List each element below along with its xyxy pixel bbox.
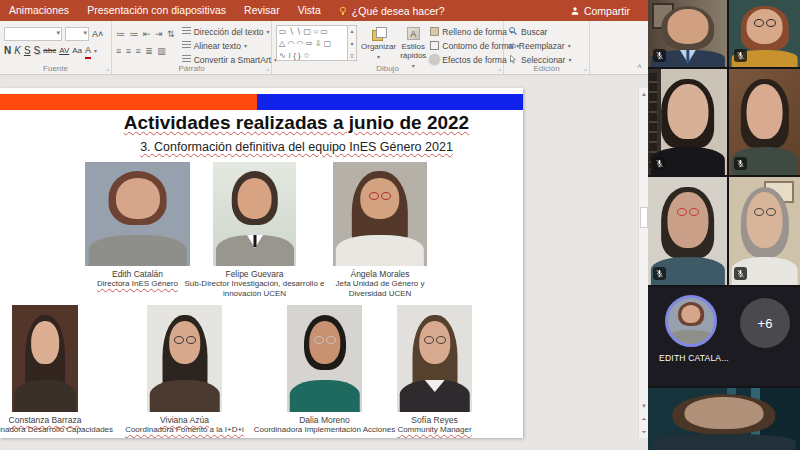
person-figure bbox=[287, 305, 362, 412]
dialog-launcher-icon[interactable]: ⌟ bbox=[498, 64, 501, 72]
participant-video-1[interactable] bbox=[648, 0, 727, 67]
person-figure bbox=[333, 162, 427, 266]
bullets-numbering-buttons[interactable]: ≔ ≔ ⇤ ⇥ ⇅ bbox=[116, 29, 176, 39]
person-figure bbox=[648, 388, 800, 450]
strikethrough-button[interactable]: abc bbox=[43, 44, 56, 58]
member-role: Community Manager bbox=[346, 425, 524, 435]
group-edicion: Buscar abReemplazar▾ Seleccionar▾ Edició… bbox=[504, 21, 590, 74]
replace-icon: ab bbox=[508, 42, 516, 49]
participant-video-7[interactable] bbox=[648, 388, 800, 450]
person-figure bbox=[85, 162, 190, 266]
person-figure bbox=[12, 305, 78, 412]
slide-canvas[interactable]: Actividades realizadas a junio de 2022 3… bbox=[0, 88, 523, 438]
participant-avatar[interactable] bbox=[665, 295, 717, 347]
team-photo-constanza-barraza[interactable]: Constanza BarrazaCoordinadora Desarrollo… bbox=[12, 305, 78, 412]
chevron-down-icon: ▾ bbox=[94, 47, 97, 54]
group-label-fuente: Fuente bbox=[0, 64, 111, 73]
smartart-icon bbox=[182, 55, 191, 64]
person-figure bbox=[668, 298, 714, 344]
grow-font-button[interactable]: A˄ bbox=[92, 27, 103, 41]
desktop-screen: Animaciones Presentación con diapositiva… bbox=[0, 0, 800, 450]
group-parrafo: ≔ ≔ ⇤ ⇥ ⇅ ≡ ≡ ≡ ≣ ▥ Dirección del texto▾… bbox=[112, 21, 272, 74]
person-figure bbox=[147, 305, 222, 412]
member-name: Ángela Morales bbox=[320, 269, 440, 279]
mic-muted-icon bbox=[734, 267, 747, 280]
mic-muted-icon bbox=[653, 157, 666, 170]
shape-fill-icon bbox=[430, 27, 439, 36]
ribbon: A˄ N K S S abc AV Aa A ▾ Fuente ⌟ bbox=[0, 21, 648, 75]
overflow-count-badge[interactable]: +6 bbox=[740, 298, 790, 348]
participant-name-label: EDITH CATALA... bbox=[648, 353, 740, 363]
tell-me-label: ¿Qué desea hacer? bbox=[352, 5, 445, 17]
team-photo-edith-catalan[interactable]: Edith CatalánDirectora InES Género bbox=[85, 162, 190, 266]
group-fuente: A˄ N K S S abc AV Aa A ▾ Fuente ⌟ bbox=[0, 21, 112, 74]
align-text-button[interactable]: Alinear texto▾ bbox=[182, 39, 277, 52]
group-label-edicion: Edición bbox=[504, 64, 589, 73]
dialog-launcher-icon[interactable]: ⌟ bbox=[584, 64, 587, 72]
ribbon-tab-bar: Animaciones Presentación con diapositiva… bbox=[0, 0, 648, 21]
replace-button[interactable]: abReemplazar▾ bbox=[508, 39, 585, 52]
slide-accent-bar-blue bbox=[257, 94, 523, 110]
character-spacing-button[interactable]: AV bbox=[59, 44, 69, 58]
group-label-dibujo: Dibujo bbox=[272, 64, 503, 73]
bold-button[interactable]: N bbox=[4, 44, 11, 58]
team-photo-dalia-moreno[interactable]: Dalia MorenoCoordinadora Implementación … bbox=[287, 305, 362, 412]
mic-muted-icon bbox=[653, 49, 666, 62]
gallery-scroll[interactable]: ▴▾≡ bbox=[348, 25, 357, 61]
change-case-button[interactable]: Aa bbox=[72, 44, 82, 58]
tab-revisar[interactable]: Revisar bbox=[235, 0, 289, 21]
mic-muted-icon bbox=[734, 49, 747, 62]
participant-video-2[interactable] bbox=[729, 0, 800, 67]
participant-video-3[interactable] bbox=[648, 69, 727, 175]
collapse-ribbon-icon[interactable]: ˄ bbox=[637, 62, 642, 71]
quick-styles-icon: A bbox=[407, 27, 420, 40]
dialog-launcher-icon[interactable]: ⌟ bbox=[266, 64, 269, 72]
shapes-gallery[interactable]: ▭ ∖ ∖ ▢ ○ ▭△ ◠ ◠ ⇨ ⇩ ▢∿ ≀ { } ☆ bbox=[276, 25, 348, 61]
dialog-launcher-icon[interactable]: ⌟ bbox=[106, 64, 109, 72]
member-role: Sub-Director Investigación, desarrollo e… bbox=[180, 279, 330, 298]
find-button[interactable]: Buscar bbox=[508, 25, 585, 38]
text-direction-button[interactable]: Dirección del texto▾ bbox=[182, 25, 277, 38]
tab-animaciones[interactable]: Animaciones bbox=[0, 0, 78, 21]
team-photo-sofia-reyes[interactable]: Sofía ReyesCommunity Manager bbox=[397, 305, 472, 412]
scrollbar-thumb[interactable] bbox=[640, 207, 648, 228]
member-name: Sofía Reyes bbox=[346, 415, 524, 425]
italic-button[interactable]: K bbox=[14, 44, 21, 58]
meeting-panel: EDITH CATALA... +6 bbox=[648, 0, 800, 450]
member-role: Jefa Unidad de Género y Diversidad UCEN bbox=[320, 279, 440, 298]
slide-title[interactable]: Actividades realizadas a junio de 2022 bbox=[80, 112, 513, 134]
participant-video-5[interactable] bbox=[648, 177, 727, 285]
lightbulb-icon bbox=[338, 6, 348, 16]
font-name-combo[interactable] bbox=[4, 27, 62, 41]
slide-scrollbar[interactable]: ▲ ▼ ⏶ ⏷ bbox=[638, 88, 648, 438]
shape-outline-icon bbox=[430, 41, 439, 50]
powerpoint-window: Animaciones Presentación con diapositiva… bbox=[0, 0, 648, 450]
slide-workspace: Actividades realizadas a junio de 2022 3… bbox=[0, 75, 648, 450]
align-text-icon bbox=[182, 41, 191, 50]
team-photo-felipe-guevara[interactable]: Felipe GuevaraSub-Director Investigación… bbox=[213, 162, 296, 266]
group-dibujo: ▭ ∖ ∖ ▢ ○ ▭△ ◠ ◠ ⇨ ⇩ ▢∿ ≀ { } ☆ ▴▾≡ Orga… bbox=[272, 21, 504, 74]
slide-subtitle[interactable]: 3. Conformación definitiva del equipo In… bbox=[80, 140, 513, 154]
tab-vista[interactable]: Vista bbox=[289, 0, 330, 21]
underline-button[interactable]: S bbox=[24, 44, 31, 58]
text-shadow-button[interactable]: S bbox=[34, 44, 41, 58]
tab-presentacion[interactable]: Presentación con diapositivas bbox=[78, 0, 235, 21]
chevron-down-icon: ▾ bbox=[377, 53, 380, 62]
participant-video-4[interactable] bbox=[729, 69, 800, 175]
arrange-icon bbox=[372, 27, 385, 40]
member-name: Felipe Guevara bbox=[180, 269, 330, 279]
tell-me-box[interactable]: ¿Qué desea hacer? bbox=[330, 5, 453, 17]
shape-effects-icon bbox=[430, 55, 439, 64]
alignment-buttons[interactable]: ≡ ≡ ≡ ≣ ▥ bbox=[116, 46, 167, 56]
share-button[interactable]: Compartir bbox=[570, 0, 630, 21]
team-photo-angela-morales[interactable]: Ángela MoralesJefa Unidad de Género y Di… bbox=[333, 162, 427, 266]
overflow-count: +6 bbox=[758, 316, 773, 331]
person-figure bbox=[213, 162, 296, 266]
font-size-combo[interactable] bbox=[65, 27, 89, 41]
text-direction-icon bbox=[182, 27, 191, 36]
font-color-button[interactable]: A bbox=[85, 43, 91, 59]
mic-muted-icon bbox=[734, 157, 747, 170]
team-photo-viviana-azua[interactable]: Viviana AzúaCoordinadora Fomento a la I+… bbox=[147, 305, 222, 412]
slide-accent-bar-orange bbox=[0, 94, 257, 110]
participant-video-6[interactable] bbox=[729, 177, 800, 285]
